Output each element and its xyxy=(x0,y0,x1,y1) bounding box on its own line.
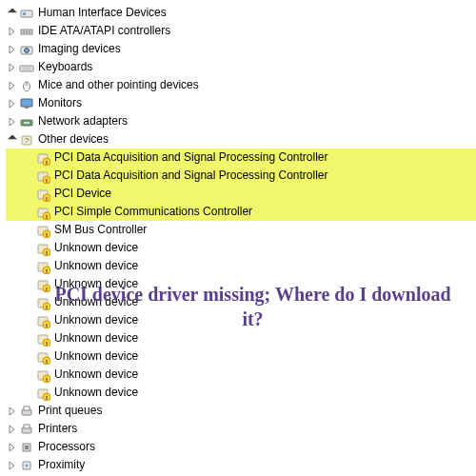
tree-item-label: PCI Data Acquisition and Signal Processi… xyxy=(54,167,356,185)
expand-arrow-open-icon[interactable] xyxy=(6,7,19,20)
no-arrow xyxy=(22,314,35,327)
device-tree: Human Interface DevicesIDE ATA/ATAPI con… xyxy=(6,4,476,474)
tree-item-label: Unknown device xyxy=(54,257,138,275)
svg-text:!: ! xyxy=(46,322,48,327)
no-arrow xyxy=(22,368,35,382)
expand-arrow-icon[interactable] xyxy=(6,97,19,110)
expand-arrow-icon[interactable] xyxy=(6,115,19,129)
tree-category[interactable]: Imaging devices xyxy=(6,40,476,58)
network-icon xyxy=(19,114,34,129)
tree-category[interactable]: IDE ATA/ATAPI controllers xyxy=(6,22,476,40)
no-arrow xyxy=(22,169,35,183)
tree-item-label: PCI Device xyxy=(54,185,140,203)
ide-icon xyxy=(19,24,34,39)
svg-text:!: ! xyxy=(46,195,48,201)
svg-point-68 xyxy=(26,464,29,466)
mouse-icon xyxy=(19,78,34,93)
tree-item-label: Unknown device xyxy=(54,293,138,311)
tree-item-label: PCI Data Acquisition and Signal Processi… xyxy=(54,149,356,167)
tree-item-label: Unknown device xyxy=(54,329,138,347)
imaging-icon xyxy=(19,42,34,57)
tree-device-item[interactable]: !PCI Data Acquisition and Signal Process… xyxy=(6,149,476,167)
tree-item-label: Unknown device xyxy=(54,275,138,293)
tree-category[interactable]: Processors xyxy=(6,438,476,456)
tree-category[interactable]: Mice and other pointing devices xyxy=(6,76,476,94)
expand-arrow-icon[interactable] xyxy=(6,441,19,454)
tree-category[interactable]: Human Interface Devices xyxy=(6,4,476,22)
no-arrow xyxy=(22,206,35,219)
svg-rect-62 xyxy=(24,407,30,410)
no-arrow xyxy=(22,350,35,364)
tree-device-item[interactable]: !SM Bus Controller xyxy=(6,221,476,239)
tree-device-item[interactable]: !PCI Simple Communications Controller xyxy=(6,203,476,221)
printer-icon xyxy=(19,422,34,437)
hid-icon xyxy=(19,6,34,21)
tree-device-item[interactable]: !PCI Data Acquisition and Signal Process… xyxy=(6,167,476,185)
svg-text:!: ! xyxy=(46,376,48,382)
tree-item-label: Unknown device xyxy=(54,311,138,329)
svg-point-4 xyxy=(26,30,28,32)
tree-item-label: Other devices xyxy=(38,130,109,149)
svg-point-7 xyxy=(25,48,30,52)
svg-text:!: ! xyxy=(46,268,48,273)
tree-item-label: Network adapters xyxy=(38,112,128,130)
no-arrow xyxy=(22,151,35,165)
svg-text:!: ! xyxy=(46,231,48,237)
tree-device-item[interactable]: !Unknown device xyxy=(6,257,476,275)
expand-arrow-icon[interactable] xyxy=(6,459,19,472)
tree-device-item[interactable]: !Unknown device xyxy=(6,384,476,402)
expand-arrow-icon[interactable] xyxy=(6,43,19,56)
svg-text:!: ! xyxy=(46,358,48,364)
tree-category-other[interactable]: ?Other devices xyxy=(6,130,476,149)
svg-text:!: ! xyxy=(46,159,48,165)
tree-item-label: Proximity xyxy=(38,456,85,474)
svg-rect-0 xyxy=(21,10,32,17)
tree-category[interactable]: Network adapters xyxy=(6,112,476,130)
tree-device-item[interactable]: !Unknown device xyxy=(6,366,476,384)
tree-item-label: Human Interface Devices xyxy=(38,4,167,22)
device-warning-icon: ! xyxy=(35,295,50,310)
svg-text:?: ? xyxy=(25,136,30,145)
tree-item-label: Keyboards xyxy=(38,58,92,76)
tree-item-label: SM Bus Controller xyxy=(54,221,147,239)
svg-rect-16 xyxy=(24,122,30,124)
svg-rect-66 xyxy=(25,446,29,449)
expand-arrow-icon[interactable] xyxy=(6,25,19,38)
tree-item-label: Unknown device xyxy=(54,384,138,402)
tree-device-item[interactable]: !Unknown device xyxy=(6,275,476,293)
tree-item-label: Processors xyxy=(38,438,95,456)
tree-category[interactable]: Keyboards xyxy=(6,58,476,76)
svg-rect-1 xyxy=(23,12,26,15)
tree-item-label: IDE ATA/ATAPI controllers xyxy=(38,22,170,40)
expand-arrow-icon[interactable] xyxy=(6,405,19,418)
tree-item-label: Unknown device xyxy=(54,239,138,257)
expand-arrow-icon[interactable] xyxy=(6,423,19,436)
expand-arrow-icon[interactable] xyxy=(6,61,19,74)
no-arrow xyxy=(22,188,35,201)
device-warning-icon: ! xyxy=(35,169,50,184)
tree-item-label: Printers xyxy=(38,420,77,438)
tree-device-item[interactable]: !Unknown device xyxy=(6,329,476,347)
tree-category[interactable]: Proximity xyxy=(6,456,476,474)
tree-item-label: PCI Simple Communications Controller xyxy=(54,203,281,221)
no-arrow xyxy=(22,332,35,346)
expand-arrow-icon[interactable] xyxy=(6,79,19,92)
device-warning-icon: ! xyxy=(35,205,50,220)
svg-point-3 xyxy=(23,30,25,32)
tree-category[interactable]: Monitors xyxy=(6,94,476,112)
tree-device-item[interactable]: !PCI Device xyxy=(6,185,476,203)
tree-device-item[interactable]: !Unknown device xyxy=(6,347,476,366)
tree-device-item[interactable]: !Unknown device xyxy=(6,293,476,311)
expand-arrow-open-icon[interactable] xyxy=(6,133,19,147)
device-warning-icon: ! xyxy=(35,331,50,347)
tree-device-item[interactable]: !Unknown device xyxy=(6,311,476,329)
device-warning-icon: ! xyxy=(35,349,50,365)
svg-rect-64 xyxy=(24,425,30,428)
tree-device-item[interactable]: !Unknown device xyxy=(6,239,476,257)
device-warning-icon: ! xyxy=(35,259,50,274)
tree-category[interactable]: Printers xyxy=(6,420,476,438)
tree-category[interactable]: Print queues xyxy=(6,402,476,420)
no-arrow xyxy=(22,278,35,291)
svg-text:!: ! xyxy=(46,213,48,219)
svg-rect-13 xyxy=(21,99,32,107)
